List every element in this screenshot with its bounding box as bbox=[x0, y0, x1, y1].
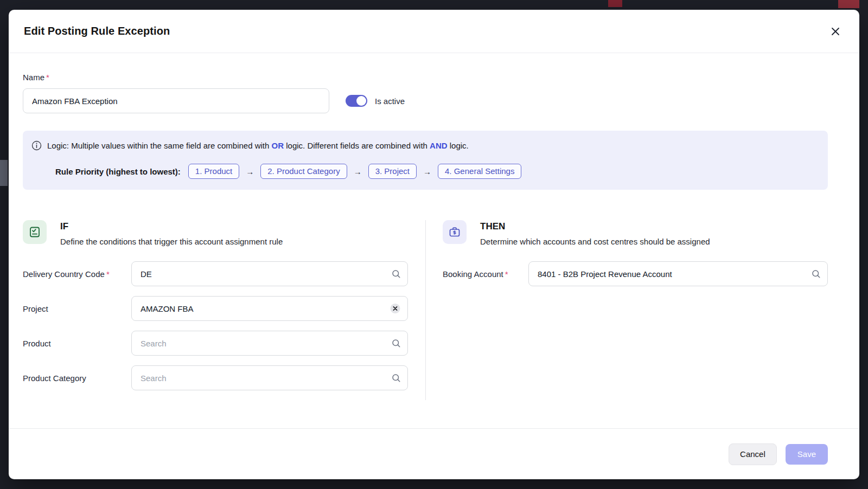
edit-posting-rule-exception-modal: Edit Posting Rule Exception Name* Is act… bbox=[9, 10, 859, 479]
clear-icon[interactable] bbox=[390, 303, 401, 314]
if-heading: IF bbox=[60, 221, 283, 232]
underlying-page-fragment bbox=[838, 0, 859, 8]
required-mark: * bbox=[106, 269, 110, 279]
is-active-toggle[interactable] bbox=[346, 95, 367, 107]
required-mark: * bbox=[46, 73, 49, 82]
modal-footer: Cancel Save bbox=[9, 428, 859, 479]
required-mark: * bbox=[505, 269, 508, 279]
close-icon bbox=[830, 26, 841, 37]
product-category-row: Product Category bbox=[23, 365, 408, 390]
is-active-label: Is active bbox=[375, 96, 405, 106]
product-category-input[interactable] bbox=[131, 365, 408, 390]
arrow-icon: → bbox=[246, 167, 254, 176]
save-button[interactable]: Save bbox=[786, 444, 828, 465]
project-input[interactable] bbox=[131, 296, 408, 321]
search-icon bbox=[391, 338, 401, 348]
name-input[interactable] bbox=[23, 88, 329, 113]
if-description: Define the conditions that trigger this … bbox=[60, 237, 283, 246]
cancel-button[interactable]: Cancel bbox=[729, 443, 777, 465]
then-heading: THEN bbox=[480, 221, 710, 232]
underlying-page-fragment bbox=[0, 160, 8, 186]
close-button[interactable] bbox=[827, 23, 844, 40]
rule-priority-row: Rule Priority (highest to lowest): 1. Pr… bbox=[31, 164, 819, 179]
and-keyword: AND bbox=[430, 141, 448, 150]
search-icon bbox=[391, 269, 401, 279]
arrow-icon: → bbox=[423, 167, 431, 176]
priority-pill-project: 3. Project bbox=[368, 164, 417, 179]
underlying-page-fragment bbox=[608, 0, 622, 7]
modal-header: Edit Posting Rule Exception bbox=[9, 10, 859, 53]
booking-account-input[interactable] bbox=[528, 261, 828, 286]
modal-title: Edit Posting Rule Exception bbox=[24, 25, 170, 37]
project-label: Project bbox=[23, 304, 131, 313]
if-section: IF Define the conditions that trigger th… bbox=[23, 220, 425, 400]
booking-account-row: Booking Account* bbox=[443, 261, 828, 286]
briefcase-dollar-icon bbox=[448, 226, 461, 239]
then-description: Determine which accounts and cost centre… bbox=[480, 237, 710, 246]
product-input[interactable] bbox=[131, 331, 408, 356]
then-section: THEN Determine which accounts and cost c… bbox=[425, 220, 828, 400]
search-icon bbox=[391, 373, 401, 383]
name-label: Name* bbox=[23, 73, 329, 82]
modal-body: Name* Is active Logic: Multiple values w… bbox=[9, 53, 859, 428]
priority-pill-product-category: 2. Product Category bbox=[260, 164, 347, 179]
or-keyword: OR bbox=[272, 141, 284, 150]
priority-pill-general-settings: 4. General Settings bbox=[438, 164, 521, 179]
name-row: Name* Is active bbox=[23, 73, 828, 113]
product-category-label: Product Category bbox=[23, 374, 131, 383]
conditions-columns: IF Define the conditions that trigger th… bbox=[23, 220, 828, 400]
logic-info-banner: Logic: Multiple values within the same f… bbox=[23, 131, 828, 190]
priority-pill-product: 1. Product bbox=[188, 164, 239, 179]
product-row: Product bbox=[23, 331, 408, 356]
logic-description: Logic: Multiple values within the same f… bbox=[47, 141, 469, 150]
toggle-knob bbox=[356, 96, 366, 106]
info-icon bbox=[31, 140, 42, 151]
checklist-icon bbox=[28, 226, 41, 239]
delivery-country-code-label: Delivery Country Code* bbox=[23, 269, 131, 279]
product-label: Product bbox=[23, 339, 131, 348]
project-row: Project bbox=[23, 296, 408, 321]
booking-account-label: Booking Account* bbox=[443, 269, 528, 279]
search-icon bbox=[811, 269, 821, 279]
delivery-country-code-row: Delivery Country Code* bbox=[23, 261, 408, 286]
rule-priority-label: Rule Priority (highest to lowest): bbox=[55, 167, 181, 176]
arrow-icon: → bbox=[354, 167, 362, 176]
delivery-country-code-input[interactable] bbox=[131, 261, 408, 286]
